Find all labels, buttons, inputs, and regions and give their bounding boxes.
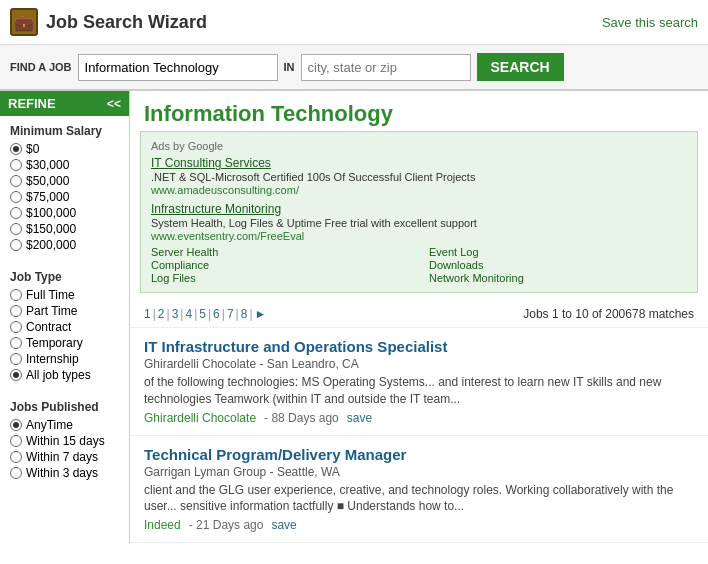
published-anytime-label: AnyTime — [26, 418, 73, 432]
radio-internship-icon — [10, 353, 22, 365]
page-3-link[interactable]: 3 — [172, 307, 179, 321]
page-4-link[interactable]: 4 — [185, 307, 192, 321]
jobtype-fulltime-label: Full Time — [26, 288, 75, 302]
jobtype-temporary[interactable]: Temporary — [10, 336, 119, 350]
salary-30k[interactable]: $30,000 — [10, 158, 119, 172]
radio-100k-icon — [10, 207, 22, 219]
published-7days-label: Within 7 days — [26, 450, 98, 464]
job-1-source[interactable]: Ghirardelli Chocolate — [144, 411, 256, 425]
in-label: IN — [284, 61, 295, 73]
app-title: Job Search Wizard — [46, 12, 207, 33]
salary-30k-label: $30,000 — [26, 158, 69, 172]
radio-150k-icon — [10, 223, 22, 235]
jobtype-all-label: All job types — [26, 368, 91, 382]
job-listing-2: Technical Program/Delivery Manager Garri… — [130, 436, 708, 544]
job-2-meta: Indeed - 21 Days ago save — [144, 518, 694, 532]
job-1-age: - 88 Days ago — [264, 411, 339, 425]
pagination-bar: 1 | 2 | 3 | 4 | 5 | 6 | 7 | 8 | ► Jobs 1… — [130, 301, 708, 328]
job-2-desc: client and the GLG user experience, crea… — [144, 482, 694, 516]
refine-bar[interactable]: REFINE << — [0, 91, 129, 116]
ad-grid-item-1[interactable]: Server Health — [151, 246, 409, 258]
published-7days[interactable]: Within 7 days — [10, 450, 119, 464]
ad1-desc: .NET & SQL-Microsoft Certified 100s Of S… — [151, 171, 687, 183]
salary-100k-label: $100,000 — [26, 206, 76, 220]
published-15days[interactable]: Within 15 days — [10, 434, 119, 448]
refine-arrows[interactable]: << — [107, 97, 121, 111]
ad1-url: www.amadeusconsulting.com/ — [151, 184, 687, 196]
jobtype-all[interactable]: All job types — [10, 368, 119, 382]
ad-grid-item-4[interactable]: Downloads — [429, 259, 687, 271]
ad1-link[interactable]: IT Consulting Services — [151, 156, 687, 170]
save-search-link[interactable]: Save this search — [602, 15, 698, 30]
jobtype-internship[interactable]: Internship — [10, 352, 119, 366]
jobs-published-section: Jobs Published AnyTime Within 15 days Wi… — [0, 392, 129, 490]
job-2-save[interactable]: save — [271, 518, 296, 532]
job-listing-1: IT Infrastructure and Operations Special… — [130, 328, 708, 436]
salary-75k[interactable]: $75,000 — [10, 190, 119, 204]
ad2-link[interactable]: Infrastructure Monitoring — [151, 202, 687, 216]
ad2-grid: Server Health Event Log Compliance Downl… — [151, 246, 687, 284]
header-left: 💼 Job Search Wizard — [10, 8, 207, 36]
salary-50k[interactable]: $50,000 — [10, 174, 119, 188]
radio-30k-icon — [10, 159, 22, 171]
salary-150k[interactable]: $150,000 — [10, 222, 119, 236]
radio-0-icon — [10, 143, 22, 155]
radio-temporary-icon — [10, 337, 22, 349]
ad-grid-item-2[interactable]: Event Log — [429, 246, 687, 258]
job-type-section: Job Type Full Time Part Time Contract Te… — [0, 262, 129, 392]
job-search-input[interactable] — [78, 54, 278, 81]
job-type-title: Job Type — [10, 270, 119, 284]
radio-15days-icon — [10, 435, 22, 447]
radio-3days-icon — [10, 467, 22, 479]
page-1-link[interactable]: 1 — [144, 307, 151, 321]
job-1-company: Ghirardelli Chocolate - San Leandro, CA — [144, 357, 694, 371]
briefcase-icon: 💼 — [14, 13, 34, 32]
job-1-meta: Ghirardelli Chocolate - 88 Days ago save — [144, 411, 694, 425]
main-layout: REFINE << Minimum Salary $0 $30,000 $50,… — [0, 91, 708, 543]
sidebar: REFINE << Minimum Salary $0 $30,000 $50,… — [0, 91, 130, 543]
page-links: 1 | 2 | 3 | 4 | 5 | 6 | 7 | 8 | ► — [144, 307, 266, 321]
page-6-link[interactable]: 6 — [213, 307, 220, 321]
page-8-link[interactable]: 8 — [241, 307, 248, 321]
ad-grid-item-6[interactable]: Network Monitoring — [429, 272, 687, 284]
salary-section-title: Minimum Salary — [10, 124, 119, 138]
jobtype-fulltime[interactable]: Full Time — [10, 288, 119, 302]
job-2-age: - 21 Days ago — [189, 518, 264, 532]
page-next-arrow[interactable]: ► — [255, 307, 267, 321]
search-button[interactable]: SEARCH — [477, 53, 564, 81]
ads-by-label: Ads by Google — [151, 140, 687, 152]
jobs-published-title: Jobs Published — [10, 400, 119, 414]
job-1-save[interactable]: save — [347, 411, 372, 425]
location-search-input[interactable] — [301, 54, 471, 81]
radio-7days-icon — [10, 451, 22, 463]
salary-0-label: $0 — [26, 142, 39, 156]
job-1-title[interactable]: IT Infrastructure and Operations Special… — [144, 338, 694, 355]
search-bar: FIND A JOB IN SEARCH — [0, 45, 708, 91]
job-2-company: Garrigan Lyman Group - Seattle, WA — [144, 465, 694, 479]
job-1-desc: of the following technologies: MS Operat… — [144, 374, 694, 408]
jobtype-parttime[interactable]: Part Time — [10, 304, 119, 318]
job-2-source[interactable]: Indeed — [144, 518, 181, 532]
job-2-title[interactable]: Technical Program/Delivery Manager — [144, 446, 694, 463]
page-5-link[interactable]: 5 — [199, 307, 206, 321]
ad2-url: www.eventsentry.com/FreeEval — [151, 230, 687, 242]
find-job-label: FIND A JOB — [10, 61, 72, 73]
salary-150k-label: $150,000 — [26, 222, 76, 236]
app-header: 💼 Job Search Wizard Save this search — [0, 0, 708, 45]
salary-200k[interactable]: $200,000 — [10, 238, 119, 252]
published-anytime[interactable]: AnyTime — [10, 418, 119, 432]
page-7-link[interactable]: 7 — [227, 307, 234, 321]
jobtype-temporary-label: Temporary — [26, 336, 83, 350]
published-3days[interactable]: Within 3 days — [10, 466, 119, 480]
jobtype-contract[interactable]: Contract — [10, 320, 119, 334]
page-2-link[interactable]: 2 — [158, 307, 165, 321]
ad-grid-item-3[interactable]: Compliance — [151, 259, 409, 271]
radio-anytime-icon — [10, 419, 22, 431]
salary-100k[interactable]: $100,000 — [10, 206, 119, 220]
radio-75k-icon — [10, 191, 22, 203]
salary-0[interactable]: $0 — [10, 142, 119, 156]
results-title: Information Technology — [130, 91, 708, 131]
refine-label: REFINE — [8, 96, 56, 111]
ad-grid-item-5[interactable]: Log Files — [151, 272, 409, 284]
app-logo: 💼 — [10, 8, 38, 36]
